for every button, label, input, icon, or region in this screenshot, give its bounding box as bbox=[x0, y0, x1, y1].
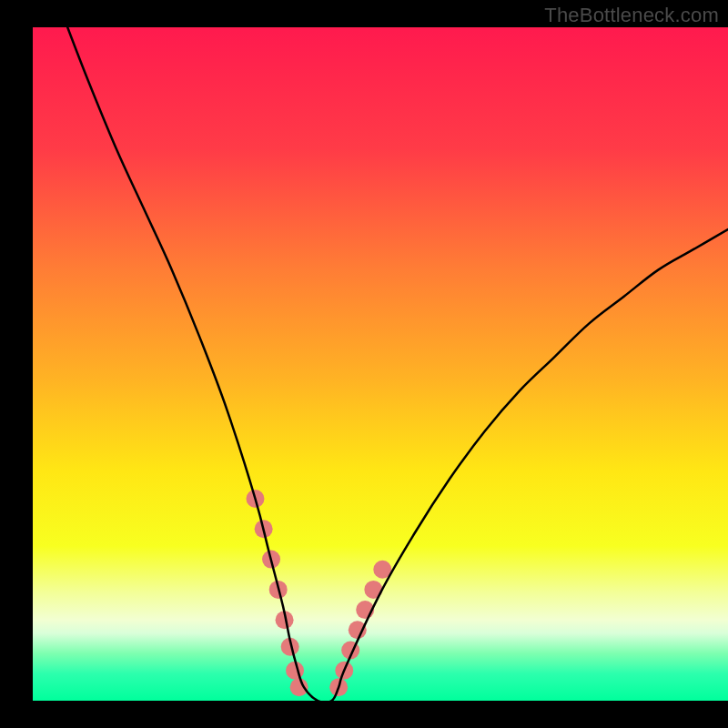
watermark-text: TheBottleneck.com bbox=[544, 4, 719, 27]
curve-dot bbox=[290, 678, 308, 696]
curve-dot bbox=[349, 621, 367, 639]
curve-dot bbox=[286, 662, 304, 680]
bottleneck-chart bbox=[0, 0, 728, 728]
gradient-background bbox=[33, 27, 728, 701]
chart-frame: TheBottleneck.com bbox=[0, 0, 728, 728]
